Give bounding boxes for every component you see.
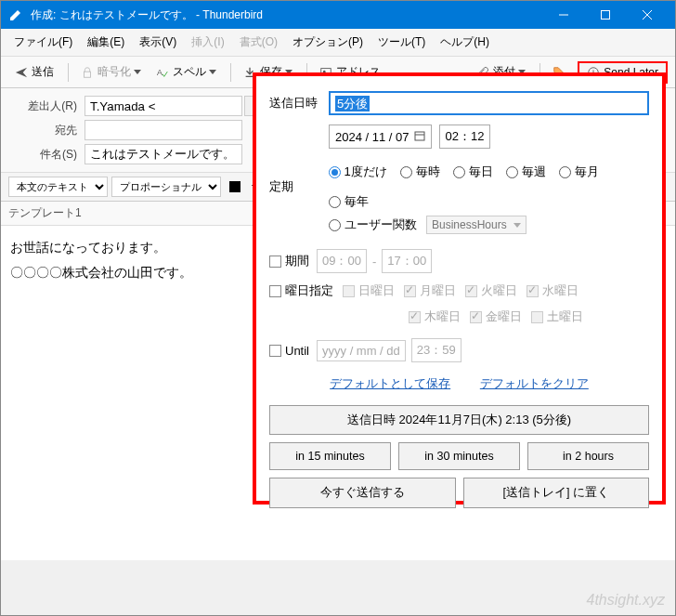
put-in-outbox-button[interactable]: [送信トレイ] に置く [463, 478, 650, 508]
in-2-hours-button[interactable]: in 2 hours [527, 442, 649, 470]
until-checkbox[interactable] [269, 345, 281, 357]
svg-rect-4 [84, 72, 91, 77]
send-label: 送信 [32, 64, 54, 80]
window-titlebar: 作成: これはテストメールです。 - Thunderbird [1, 1, 675, 29]
window-minimize-button[interactable] [542, 1, 584, 29]
schedule-summary: 送信日時 2024年11月7日(木) 2:13 (5分後) [269, 405, 649, 435]
window-maximize-button[interactable] [584, 1, 626, 29]
menu-format[interactable]: 書式(O) [232, 33, 285, 52]
chevron-down-icon [514, 223, 521, 228]
recur-label: 定期 [269, 178, 329, 195]
from-label: 差出人(R) [10, 98, 84, 114]
menu-options[interactable]: オプション(P) [285, 33, 370, 52]
menu-tools[interactable]: ツール(T) [370, 33, 433, 52]
svg-text:A: A [157, 67, 162, 76]
from-input[interactable] [84, 96, 242, 116]
chevron-down-icon [209, 70, 216, 74]
recur-user-radio[interactable]: ユーザー関数 [329, 216, 417, 233]
subject-label: 件名(S) [10, 147, 84, 163]
recur-daily-radio[interactable]: 毎日 [453, 164, 493, 180]
to-label[interactable]: 宛先 [10, 123, 84, 138]
period-label: 期間 [285, 253, 309, 269]
separator [230, 63, 231, 82]
calendar-icon [414, 130, 425, 144]
menu-insert[interactable]: 挿入(I) [184, 33, 231, 52]
pencil-icon [8, 7, 23, 22]
send-later-panel: 送信日時 5分後 2024 / 11 / 07 02：12 定期 1度だけ 毎時… [253, 72, 666, 505]
recur-hourly-radio[interactable]: 毎時 [400, 164, 440, 180]
subject-input[interactable] [84, 144, 242, 164]
days-label: 曜日指定 [285, 282, 333, 299]
in-30-min-button[interactable]: in 30 minutes [398, 442, 520, 470]
recur-monthly-radio[interactable]: 毎月 [559, 164, 599, 180]
day-wed: 水曜日 [526, 282, 578, 299]
until-label: Until [285, 344, 309, 358]
day-sat: 土曜日 [531, 308, 583, 325]
recur-once-radio[interactable]: 1度だけ [329, 164, 387, 180]
window-close-button[interactable] [626, 1, 668, 29]
send-time-label: 送信日時 [269, 95, 329, 111]
send-now-button[interactable]: 今すぐ送信する [269, 478, 456, 508]
window-title: 作成: これはテストメールです。 - Thunderbird [31, 7, 542, 23]
spell-label: スペル [173, 64, 206, 80]
recur-weekly-radio[interactable]: 毎週 [506, 164, 546, 180]
watermark: 4thsight.xyz [587, 592, 665, 609]
send-time-input[interactable]: 5分後 [329, 91, 649, 115]
days-checkbox[interactable] [269, 285, 281, 297]
in-15-min-button[interactable]: in 15 minutes [269, 442, 391, 470]
lock-icon [81, 66, 94, 79]
until-time-input[interactable]: 23：59 [411, 338, 462, 362]
send-icon [15, 66, 28, 79]
save-default-link[interactable]: デフォルトとして保存 [330, 376, 450, 390]
until-date-input[interactable]: yyyy / mm / dd [317, 340, 406, 361]
chevron-down-icon [134, 70, 141, 74]
menu-file[interactable]: ファイル(F) [6, 33, 80, 52]
separator [68, 63, 69, 82]
send-button[interactable]: 送信 [8, 61, 60, 83]
color-button[interactable] [225, 177, 245, 197]
paragraph-style-select[interactable]: 本文のテキスト [8, 177, 108, 197]
menubar: ファイル(F) 編集(E) 表示(V) 挿入(I) 書式(O) オプション(P)… [1, 29, 675, 57]
spell-icon: A [156, 66, 169, 79]
period-start-input[interactable]: 09：00 [317, 249, 367, 273]
date-input[interactable]: 2024 / 11 / 07 [329, 125, 432, 149]
time-input[interactable]: 02：12 [439, 125, 491, 149]
period-end-input[interactable]: 17：00 [382, 249, 432, 273]
day-tue: 火曜日 [465, 282, 517, 299]
recur-yearly-radio[interactable]: 毎年 [329, 193, 369, 210]
day-fri: 金曜日 [470, 308, 522, 325]
spell-button[interactable]: A スペル [150, 61, 223, 83]
to-input[interactable] [84, 120, 242, 140]
font-select[interactable]: プロポーショナル [111, 177, 221, 197]
day-thu: 木曜日 [409, 308, 461, 325]
encrypt-button[interactable]: 暗号化 [74, 61, 148, 83]
day-sun: 日曜日 [343, 282, 395, 299]
day-mon: 月曜日 [404, 282, 456, 299]
encrypt-label: 暗号化 [98, 64, 131, 80]
svg-rect-10 [415, 132, 424, 140]
period-checkbox[interactable] [269, 256, 281, 268]
clear-default-link[interactable]: デフォルトをクリア [480, 376, 589, 390]
svg-rect-1 [601, 11, 609, 20]
menu-help[interactable]: ヘルプ(H) [433, 33, 497, 52]
user-function-select[interactable]: BusinessHours [426, 216, 526, 234]
menu-view[interactable]: 表示(V) [132, 33, 184, 52]
menu-edit[interactable]: 編集(E) [80, 33, 132, 52]
